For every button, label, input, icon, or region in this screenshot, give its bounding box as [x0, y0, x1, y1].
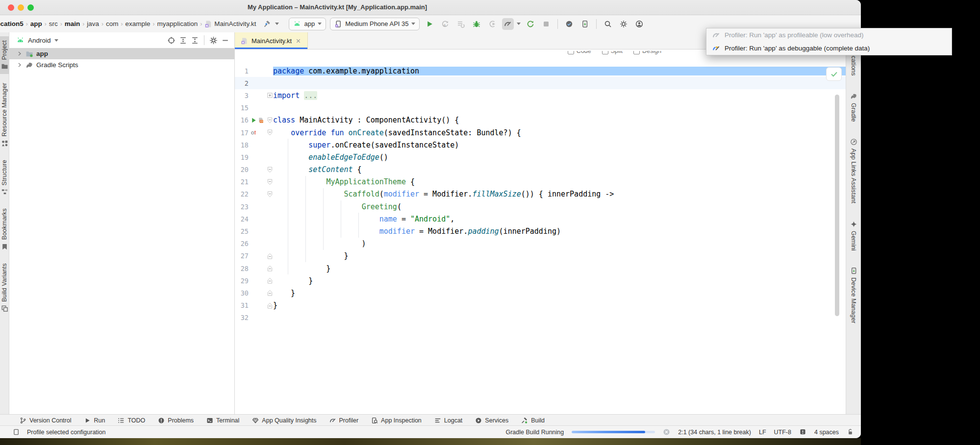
code-line-1[interactable]: 1package com.example.myapplication: [235, 65, 846, 77]
chevron-right-icon[interactable]: [16, 62, 23, 68]
code-line-17[interactable]: 17 override fun onCreate(savedInstanceSt…: [235, 126, 846, 139]
stripe-item-bookmarks[interactable]: Bookmarks: [1, 208, 8, 250]
run-configuration-selector[interactable]: app: [289, 18, 326, 30]
profile-account-button[interactable]: [633, 18, 645, 30]
cancel-icon[interactable]: [663, 428, 670, 436]
settings-button[interactable]: [618, 18, 629, 30]
device-manager-button[interactable]: [579, 18, 591, 30]
code-line-30[interactable]: 30 }: [235, 287, 846, 299]
code-line-2[interactable]: 2: [235, 77, 846, 89]
code-line-19[interactable]: 19 enableEdgeToEdge(): [235, 151, 846, 163]
caret-position[interactable]: 2:1 (34 chars, 1 line break): [678, 429, 751, 436]
fold-collapse-icon[interactable]: [267, 179, 273, 185]
menu-item-profiler-debuggable[interactable]: Profiler: Run 'app' as debuggable (compl…: [706, 42, 952, 55]
stripe-item-structure[interactable]: Structure: [1, 160, 8, 196]
stripe-item-project[interactable]: Project: [0, 36, 9, 74]
code-line-27[interactable]: 27 }: [235, 250, 846, 262]
toolwindow-todo[interactable]: TODO: [118, 417, 145, 424]
code-line-22[interactable]: 22 Scaffold(modifier = Modifier.fillMaxS…: [235, 188, 846, 200]
sdk-manager-button[interactable]: [563, 18, 575, 30]
toolwindow-logcat[interactable]: Logcat: [434, 417, 463, 424]
toolwindow-app-quality-insights[interactable]: App Quality Insights: [252, 417, 316, 424]
code-line-29[interactable]: 29 }: [235, 274, 846, 287]
stripe-item-resource-manager[interactable]: Resource Manager: [1, 83, 8, 147]
breadcrumb-item[interactable]: lication5: [0, 20, 24, 27]
code-line-20[interactable]: 20 setContent {: [235, 164, 846, 176]
toolwindow-version-control[interactable]: Version Control: [20, 417, 71, 424]
window-layout-icon[interactable]: [13, 428, 20, 436]
breadcrumb-item[interactable]: src: [49, 20, 58, 27]
stripe-item-gradle[interactable]: Gradle: [850, 93, 857, 122]
run-button[interactable]: [424, 18, 435, 30]
stripe-item-gemini[interactable]: Gemini: [850, 221, 857, 251]
stripe-item-app-links-assistant[interactable]: App Links Assistant: [850, 138, 857, 203]
code-editor[interactable]: 1package com.example.myapplication23impo…: [235, 49, 846, 414]
fold-collapse-icon[interactable]: [267, 129, 273, 136]
locate-file-icon[interactable]: [167, 36, 176, 45]
fold-collapse-icon[interactable]: [267, 191, 273, 198]
attach-debugger-button[interactable]: [486, 18, 498, 30]
device-selector[interactable]: Medium Phone API 35: [330, 18, 420, 30]
gear-icon[interactable]: [209, 36, 218, 45]
fold-collapse-icon[interactable]: [267, 117, 273, 124]
code-line-18[interactable]: 18 super.onCreate(savedInstanceState): [235, 139, 846, 151]
build-dropdown-icon[interactable]: [275, 23, 279, 25]
code-line-26[interactable]: 26 ): [235, 238, 846, 250]
inspection-status-widget[interactable]: [826, 67, 842, 81]
breadcrumb-item[interactable]: example: [125, 20, 151, 27]
mode-code[interactable]: Code: [568, 51, 591, 54]
fold-collapse-icon[interactable]: [267, 265, 273, 272]
code-line-24[interactable]: 24 name = "Android",: [235, 213, 846, 225]
toolwindow-terminal[interactable]: Terminal: [206, 417, 239, 424]
editor-scrollbar[interactable]: [835, 95, 839, 316]
breadcrumb-item[interactable]: MainActivity.kt: [204, 20, 256, 28]
toolwindow-profiler[interactable]: Profiler: [329, 417, 359, 424]
toolwindow-build[interactable]: Build: [521, 417, 545, 424]
fold-collapse-icon[interactable]: [267, 277, 273, 284]
line-separator[interactable]: LF: [759, 429, 766, 436]
apply-code-changes-button[interactable]: [455, 18, 467, 30]
search-everywhere-button[interactable]: [602, 18, 614, 30]
toolwindow-services[interactable]: Services: [475, 417, 508, 424]
code-line-21[interactable]: 21 MyApplicationTheme {: [235, 176, 846, 188]
chevron-right-icon[interactable]: [16, 50, 23, 57]
tree-item-gradle-scripts[interactable]: Gradle Scripts: [9, 59, 234, 71]
code-line-3[interactable]: 3import ...: [235, 89, 846, 101]
chevron-down-icon[interactable]: [54, 39, 58, 42]
fold-collapse-icon[interactable]: [267, 302, 273, 309]
collapse-all-icon[interactable]: [191, 36, 199, 45]
profiler-button[interactable]: [502, 18, 514, 30]
stripe-item-device-manager[interactable]: Device Manager: [850, 267, 857, 323]
code-line-28[interactable]: 28 }: [235, 262, 846, 274]
expand-all-icon[interactable]: [179, 36, 187, 45]
code-line-31[interactable]: 31}: [235, 299, 846, 312]
stripe-item-build-variants[interactable]: Build Variants: [1, 263, 8, 312]
file-encoding[interactable]: UTF-8: [774, 429, 791, 436]
breadcrumb-item[interactable]: com: [105, 20, 119, 27]
fold-collapse-icon[interactable]: [267, 167, 273, 173]
fold-collapse-icon[interactable]: [267, 253, 273, 259]
menu-item-profiler-profileable[interactable]: Profiler: Run 'app' as profileable (low …: [706, 28, 952, 42]
toolwindow-problems[interactable]: Problems: [158, 417, 194, 424]
tree-item-app[interactable]: app: [9, 48, 234, 59]
sync-gradle-button[interactable]: [525, 18, 536, 30]
tab-mainactivity[interactable]: MainActivity.kt: [235, 32, 308, 49]
code-line-32[interactable]: 32: [235, 312, 846, 324]
fold-expand-icon[interactable]: [267, 92, 273, 99]
code-line-16[interactable]: 16<>class MainActivity : ComponentActivi…: [235, 114, 846, 126]
project-view-selector[interactable]: Android: [28, 37, 51, 44]
stop-button[interactable]: [540, 18, 552, 30]
fold-collapse-icon[interactable]: [267, 290, 273, 296]
toolwindow-run[interactable]: Run: [84, 417, 105, 424]
build-hammer-icon[interactable]: [263, 20, 271, 28]
run-gutter-icon[interactable]: [251, 117, 257, 124]
breadcrumb-item[interactable]: myapplication: [157, 20, 199, 27]
class-gutter-icon[interactable]: <>: [257, 117, 264, 124]
hide-panel-icon[interactable]: [221, 36, 229, 45]
indicator-icon[interactable]: [799, 428, 806, 436]
code-line-15[interactable]: 15: [235, 102, 846, 114]
breadcrumb-item[interactable]: main: [64, 20, 81, 27]
toolwindow-app-inspection[interactable]: App Inspection: [371, 417, 422, 424]
indent-setting[interactable]: 4 spaces: [814, 429, 839, 436]
code-line-23[interactable]: 23 Greeting(: [235, 200, 846, 213]
